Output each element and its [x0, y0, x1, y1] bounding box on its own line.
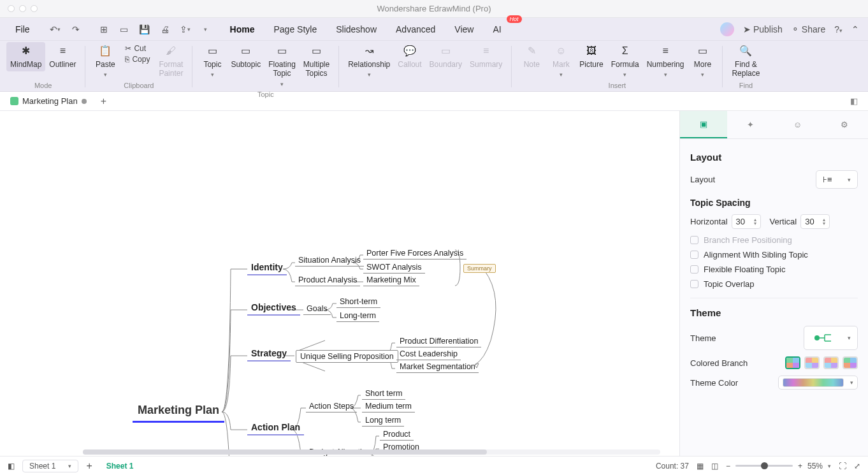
topic-swot[interactable]: SWOT Analysis — [363, 263, 425, 274]
zoom-in-button[interactable]: + — [798, 462, 802, 471]
mark-button[interactable]: ☺Mark▾ — [546, 42, 575, 81]
more-qat-icon[interactable]: ▾ — [197, 22, 215, 37]
format-painter-button[interactable]: 🖌Format Painter — [155, 42, 187, 81]
undo-button[interactable]: ↶▾ — [47, 22, 64, 37]
topic-medium[interactable]: Medium term — [362, 402, 415, 413]
mindmap-mode-button[interactable]: ✱MindMap — [6, 42, 45, 71]
outliner-mode-button[interactable]: ≡Outliner — [45, 42, 80, 71]
topic-short-term[interactable]: Short-term — [336, 297, 380, 308]
redo-button[interactable]: ↷ — [67, 22, 85, 37]
publish-button[interactable]: ➤Publish — [743, 24, 783, 34]
topic-long-term[interactable]: Long-term — [336, 311, 379, 322]
add-sheet-button[interactable]: + — [86, 460, 92, 472]
alignment-sibling-checkbox[interactable]: Alignment With Sibling Topic — [690, 250, 858, 259]
topic-action-plan[interactable]: Action Plan — [247, 422, 304, 435]
swatch-2[interactable] — [804, 356, 820, 369]
copy-button[interactable]: ⎘Copy — [122, 54, 152, 64]
help-button[interactable]: ?▾ — [834, 24, 843, 34]
topic-market-seg[interactable]: Market Segmentation — [396, 362, 479, 373]
zoom-slider[interactable] — [735, 465, 793, 467]
new-doc-icon[interactable]: ⊞ — [95, 22, 113, 37]
theme-select[interactable]: ▾ — [804, 326, 858, 350]
sheet-selector[interactable]: Sheet 1▾ — [22, 460, 78, 472]
topic-action-steps[interactable]: Action Steps — [306, 402, 357, 413]
minimize-window[interactable] — [19, 5, 26, 12]
topic-long[interactable]: Long term — [362, 416, 404, 427]
topic-usp[interactable]: Unique Selling Proposition — [296, 350, 398, 363]
view-icon-1[interactable]: ▦ — [697, 462, 704, 471]
topic-strategy[interactable]: Strategy — [247, 348, 291, 362]
maximize-window[interactable] — [31, 5, 38, 12]
topic-short[interactable]: Short term — [362, 389, 405, 400]
topic-porter[interactable]: Porter Five Forces Analysis — [363, 249, 467, 259]
canvas[interactable]: Marketing Plan Identity Situation Analys… — [0, 111, 679, 456]
fit-screen-button[interactable]: ⛶ — [839, 462, 846, 471]
tab-ai[interactable]: AIHot — [484, 20, 510, 38]
open-icon[interactable]: ▭ — [115, 22, 133, 37]
picture-button[interactable]: 🖼Picture — [575, 42, 607, 71]
formula-button[interactable]: ΣFormula▾ — [607, 42, 643, 81]
swatch-3[interactable] — [823, 356, 839, 369]
cut-button[interactable]: ✂Cut — [122, 43, 152, 54]
panel-tab-mark[interactable]: ☺ — [774, 111, 821, 138]
theme-color-select[interactable]: ▾ — [778, 376, 858, 390]
topic-objectives[interactable]: Objectives — [247, 302, 300, 316]
view-icon-2[interactable]: ◫ — [711, 462, 718, 471]
fullscreen-button[interactable]: ⤢ — [854, 462, 860, 471]
tab-advanced[interactable]: Advanced — [387, 20, 444, 38]
multiple-topics-button[interactable]: ▭Multiple Topics — [300, 42, 333, 81]
boundary-button[interactable]: ▭Boundary — [426, 42, 466, 71]
zoom-out-button[interactable]: − — [726, 462, 730, 471]
sheet-tab-1[interactable]: Sheet 1 — [100, 462, 140, 471]
panel-tab-layout[interactable]: ▣ — [680, 111, 727, 138]
save-icon[interactable]: 💾 — [136, 22, 154, 37]
tab-slideshow[interactable]: Slideshow — [327, 20, 386, 38]
topic-product-diff[interactable]: Product Differentiation — [396, 337, 481, 347]
panel-tab-settings[interactable]: ⚙ — [821, 111, 868, 138]
summary-node[interactable]: Summary — [463, 264, 496, 273]
file-menu[interactable]: File — [9, 22, 36, 37]
outline-view-icon[interactable]: ◧ — [8, 462, 15, 471]
summary-button[interactable]: ≡Summary — [466, 42, 506, 71]
layout-select[interactable]: ⊦≡▾ — [816, 170, 858, 189]
tab-view[interactable]: View — [445, 20, 482, 38]
vertical-spacing-input[interactable]: 30▴▾ — [800, 214, 830, 229]
relationship-button[interactable]: ↝Relationship▾ — [344, 42, 394, 81]
note-button[interactable]: ✎Note — [517, 42, 546, 71]
tab-home[interactable]: Home — [221, 20, 264, 38]
panel-tab-style[interactable]: ✦ — [727, 111, 774, 138]
topic-overlap-checkbox[interactable]: Topic Overlap — [690, 279, 858, 289]
callout-button[interactable]: 💬Callout — [394, 42, 425, 71]
floating-topic-button[interactable]: ▭Floating Topic▾ — [264, 42, 300, 91]
close-window[interactable] — [8, 5, 15, 12]
share-button[interactable]: ⚬Share — [792, 24, 825, 34]
topic-price[interactable]: Price — [380, 455, 404, 456]
find-replace-button[interactable]: 🔍Find & Replace — [728, 42, 763, 81]
user-avatar[interactable] — [720, 22, 734, 36]
subtopic-button[interactable]: ▭Subtopic — [227, 42, 264, 71]
doc-tab-marketing-plan[interactable]: Marketing Plan — [5, 94, 92, 108]
add-tab-button[interactable]: + — [97, 96, 110, 107]
topic-button[interactable]: ▭Topic▾ — [198, 42, 227, 81]
topic-marketing-mix[interactable]: Marketing Mix — [363, 275, 419, 286]
horizontal-scrollbar[interactable] — [83, 449, 660, 455]
more-insert-button[interactable]: ▭More▾ — [688, 42, 717, 81]
horizontal-spacing-input[interactable]: 30▴▾ — [732, 214, 761, 229]
root-topic[interactable]: Marketing Plan — [133, 404, 224, 423]
export-icon[interactable]: ⇪▾ — [177, 22, 194, 37]
print-icon[interactable]: 🖨 — [156, 22, 174, 37]
topic-product[interactable]: Product — [380, 430, 414, 441]
collapse-ribbon-button[interactable]: ⌃ — [851, 24, 859, 34]
topic-goals[interactable]: Goals — [303, 304, 331, 315]
swatch-4[interactable] — [843, 356, 858, 369]
panel-toggle-icon[interactable]: ◧ — [845, 96, 863, 106]
topic-situation-analysis[interactable]: Situation Analysis — [295, 256, 364, 267]
topic-product-analysis[interactable]: Product Analysis — [295, 275, 360, 286]
swatch-1[interactable] — [785, 356, 800, 369]
topic-cost-leadership[interactable]: Cost Leadership — [396, 349, 461, 360]
topic-identity[interactable]: Identity — [247, 262, 287, 275]
numbering-button[interactable]: ≡Numbering▾ — [643, 42, 688, 81]
flexible-floating-checkbox[interactable]: Flexible Floating Topic — [690, 265, 858, 274]
tab-page-style[interactable]: Page Style — [264, 20, 326, 38]
paste-button[interactable]: 📋Paste▾ — [90, 42, 120, 81]
